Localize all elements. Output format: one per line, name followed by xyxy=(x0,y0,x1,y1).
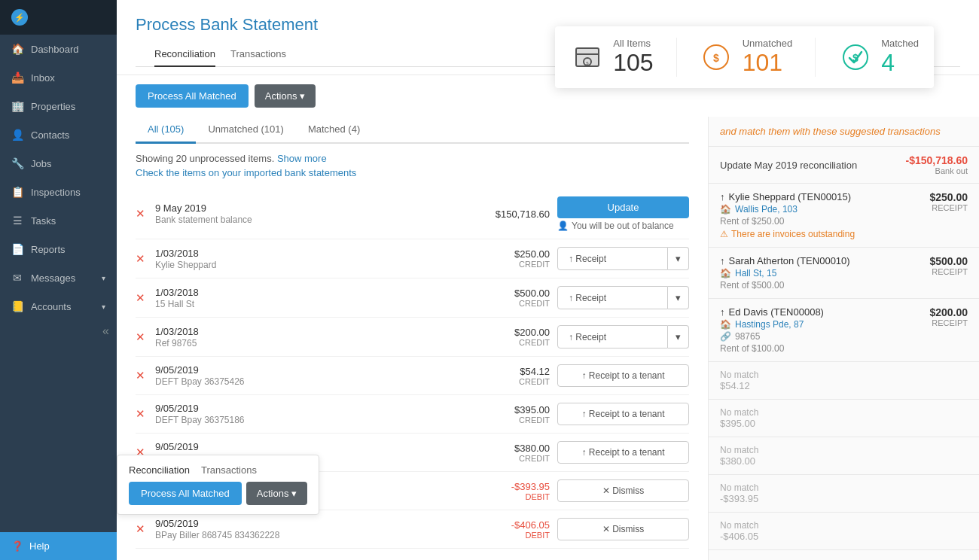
filter-tab-unmatched[interactable]: Unmatched (101) xyxy=(196,117,295,144)
delete-icon[interactable]: ✕ xyxy=(136,330,148,344)
receipt-tenant-button[interactable]: ↑ Receipt to a tenant xyxy=(557,403,689,425)
right-panel: and match them with these suggested tran… xyxy=(708,117,979,560)
receipt-button[interactable]: ↑ Receipt xyxy=(557,247,668,270)
filter-tab-all[interactable]: All (105) xyxy=(136,117,196,144)
tx-amount: $250.00 xyxy=(482,248,550,260)
sidebar-item-dashboard[interactable]: 🏠 Dashboard xyxy=(0,35,117,63)
sidebar-item-label: Dashboard xyxy=(31,44,79,55)
sidebar-item-inspections[interactable]: 📋 Inspections xyxy=(0,178,117,206)
process-all-matched-button[interactable]: Process All Matched xyxy=(136,84,249,108)
filter-tab-matched[interactable]: Matched (4) xyxy=(296,117,372,144)
rp-tenant-addr: 🏠 Wallis Pde, 103 xyxy=(720,204,929,215)
list-item: No match $395.00 xyxy=(709,400,979,437)
tx-amount: $54.12 xyxy=(482,366,550,377)
rp-recon-amount: -$150,718.60 xyxy=(905,154,968,166)
stat-unmatched: $ Unmatched 101 xyxy=(700,38,792,77)
mini-process-all-button[interactable]: Process All Matched xyxy=(129,482,242,505)
rp-tenant-addr: 🏠 Hastings Pde, 87 xyxy=(720,319,929,330)
rp-tenant-amount: $250.00 xyxy=(929,191,968,203)
rp-tenant-addr: 🏠 Hall St, 15 xyxy=(720,268,929,278)
mini-toolbar-tabs: Reconciliation Transactions xyxy=(129,464,307,476)
rp-tenant-rent: Rent of $500.00 xyxy=(720,280,968,291)
mini-tab-transactions[interactable]: Transactions xyxy=(201,464,257,476)
help-icon: ❓ xyxy=(11,540,23,552)
sidebar-item-messages[interactable]: ✉ Messages ▾ xyxy=(0,263,117,292)
tx-amount: -$393.95 xyxy=(482,481,550,492)
tx-date: 1/03/2018 xyxy=(155,248,474,259)
mini-toolbar: Reconciliation Transactions Process All … xyxy=(117,455,319,515)
matched-label: Matched xyxy=(881,38,919,49)
dismiss-button[interactable]: ✕ Dismiss xyxy=(557,518,689,540)
tx-desc: DEFT Bpay 36375426 xyxy=(155,376,474,387)
tx-desc: Kylie Sheppard xyxy=(155,260,474,270)
nav-transactions[interactable]: Transactions xyxy=(230,42,286,67)
sidebar-item-contacts[interactable]: 👤 Contacts xyxy=(0,120,117,149)
list-item: $250.00 RECEIPT ↑ Kylie Sheppard (TEN000… xyxy=(709,184,979,248)
receipt-split-button[interactable]: ▾ xyxy=(668,325,689,348)
messages-icon: ✉ xyxy=(11,272,23,284)
sidebar-collapse-button[interactable]: « xyxy=(0,321,117,342)
rp-nomatch-label: No match xyxy=(720,520,968,531)
inspections-icon: 📋 xyxy=(11,186,23,198)
delete-icon[interactable]: ✕ xyxy=(136,252,148,266)
delete-icon[interactable]: ✕ xyxy=(136,291,148,305)
delete-icon[interactable]: ✕ xyxy=(136,522,148,536)
rp-nomatch-amount: $380.00 xyxy=(720,455,968,467)
rp-nomatch-label: No match xyxy=(720,370,968,380)
sidebar-item-inbox[interactable]: 📥 Inbox xyxy=(0,63,117,92)
sidebar-item-tasks[interactable]: ☰ Tasks xyxy=(0,206,117,235)
accounts-icon: 📒 xyxy=(11,300,23,312)
mini-actions-button[interactable]: Actions ▾ xyxy=(246,482,307,505)
receipt-button[interactable]: ↑ Receipt xyxy=(557,325,668,348)
rp-recon-row: Update May 2019 reconciliation -$150,718… xyxy=(709,147,979,184)
receipt-button[interactable]: ↑ Receipt xyxy=(557,286,668,309)
dismiss-button[interactable]: ✕ Dismiss xyxy=(557,479,689,502)
home-icon: 🏠 xyxy=(720,268,731,278)
help-button[interactable]: ❓ Help xyxy=(0,532,117,560)
receipt-tenant-button[interactable]: ↑ Receipt to a tenant xyxy=(557,364,689,387)
sidebar-item-label: Tasks xyxy=(31,215,56,227)
update-button[interactable]: Update xyxy=(557,196,689,218)
table-row: ✕ 9/05/2019 DEFT Bpay 36375426 $54.12 CR… xyxy=(136,357,689,395)
tx-date: 9/05/2019 xyxy=(155,403,474,414)
nav-reconciliation[interactable]: Reconciliation xyxy=(154,42,215,67)
tx-date: 1/03/2018 xyxy=(155,287,474,298)
sidebar-item-label: Accounts xyxy=(31,301,71,312)
sidebar-item-reports[interactable]: 📄 Reports xyxy=(0,235,117,263)
rp-nomatch-amount: -$393.95 xyxy=(720,493,968,504)
matched-count: 4 xyxy=(881,49,919,77)
messages-arrow: ▾ xyxy=(102,274,105,282)
check-statements-link[interactable]: Check the items on your imported bank st… xyxy=(136,167,689,178)
unmatched-icon: $ xyxy=(700,41,733,75)
receipt-tenant-button[interactable]: ↑ Receipt to a tenant xyxy=(557,441,689,464)
sidebar-item-label: Inbox xyxy=(31,72,55,84)
sidebar-item-jobs[interactable]: 🔧 Jobs xyxy=(0,149,117,178)
sidebar-item-properties[interactable]: 🏢 Properties xyxy=(0,92,117,120)
mini-tab-reconciliation[interactable]: Reconciliation xyxy=(129,464,190,476)
table-row: ✕ 9/05/2019 BPay Biller 868745 834362228… xyxy=(136,510,689,549)
rp-nomatch-label: No match xyxy=(720,407,968,418)
tx-amount: $150,718.60 xyxy=(482,208,550,220)
show-more-link[interactable]: Show more xyxy=(277,153,327,164)
tx-amount: $500.00 xyxy=(482,288,550,299)
sidebar-item-accounts[interactable]: 📒 Accounts ▾ xyxy=(0,292,117,321)
filter-tabs: All (105) Unmatched (101) Matched (4) xyxy=(136,117,689,144)
list-item: No match -$393.95 xyxy=(709,475,979,513)
delete-icon[interactable]: ✕ xyxy=(136,407,148,421)
actions-dropdown-button[interactable]: Actions ▾ xyxy=(255,84,316,108)
stats-bar: $ All Items 105 $ Unmatched 101 xyxy=(555,26,934,88)
tx-amount: $200.00 xyxy=(482,327,550,338)
rp-warning: ⚠ There are invoices outstanding xyxy=(720,229,968,239)
rp-tenant-rent: Rent of $250.00 xyxy=(720,216,968,227)
receipt-split-button[interactable]: ▾ xyxy=(668,247,689,270)
tx-date: 9/05/2019 xyxy=(155,518,474,529)
delete-icon[interactable]: ✕ xyxy=(136,369,148,382)
home-icon: 🏠 xyxy=(720,319,731,330)
delete-icon[interactable]: ✕ xyxy=(136,207,148,221)
tx-date: 9 May 2019 xyxy=(155,202,474,214)
receipt-split-button[interactable]: ▾ xyxy=(668,286,689,309)
tx-type: CREDIT xyxy=(482,299,550,308)
tx-desc: DEFT Bpay 36375186 xyxy=(155,415,474,425)
home-icon: 🏠 xyxy=(720,204,731,215)
tx-desc: BPay Biller 868745 834362228 xyxy=(155,530,474,540)
